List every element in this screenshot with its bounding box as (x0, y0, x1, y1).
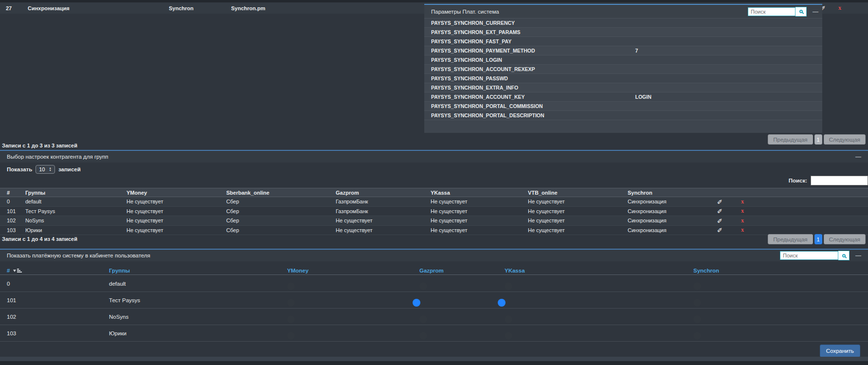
column-header[interactable]: # (0, 190, 19, 196)
delete-icon[interactable]: x (838, 4, 841, 12)
param-row[interactable]: PAYSYS_SYNCHRON_EXTRA_INFO (424, 83, 822, 92)
delete-icon[interactable]: x (741, 226, 744, 234)
cell: Синхронизация (622, 199, 700, 204)
prev-page-button[interactable]: Предыдущая (768, 234, 813, 244)
cell: Сбер (220, 218, 330, 223)
search-button[interactable] (838, 251, 850, 260)
records-info: Записи с 1 до 4 из 4 записей (2, 236, 77, 242)
column-header[interactable]: Gazprom (413, 268, 498, 274)
table-row: 0defaultНе существуетСберГазпромБанкНе с… (0, 197, 868, 207)
param-row[interactable]: PAYSYS_SYNCHRON_FAST_PAY (424, 37, 822, 46)
delete-icon[interactable]: x (741, 198, 744, 205)
page-size-select[interactable]: 10 ▲▼ (36, 165, 55, 174)
cell: Синхронизация (622, 208, 700, 214)
param-row[interactable]: PAYSYS_SYNCHRON_PAYMENT_METHOD7 (424, 46, 822, 55)
next-page-button[interactable]: Следующая (824, 134, 866, 145)
cell: 101 (0, 208, 19, 214)
toggle-knob (693, 332, 701, 340)
column-header[interactable]: Synchron (687, 268, 868, 274)
cell: Юрики (19, 227, 121, 233)
param-row[interactable]: PAYSYS_SYNCHRON_PASSWD (424, 74, 822, 83)
groups-search: Поиск: (789, 176, 868, 185)
column-header[interactable]: Gazprom (330, 190, 425, 196)
paysys-name: Синхронизация (22, 5, 163, 11)
save-button[interactable]: Сохранить (820, 345, 860, 357)
column-header[interactable]: VTB_online (522, 190, 622, 196)
cell: 0 (0, 199, 19, 204)
visibility-search (780, 251, 850, 260)
column-header[interactable]: YKassa (425, 190, 522, 196)
search-button[interactable] (796, 7, 807, 17)
toggle-knob (287, 299, 295, 307)
cell: Не существует (121, 208, 220, 214)
records-info: Записи с 1 до 3 из 3 записей (2, 143, 77, 148)
toggle-knob (505, 315, 512, 323)
visibility-search-input[interactable] (780, 251, 838, 260)
cell: 102 (0, 218, 19, 223)
column-header-label: Группы (109, 268, 130, 274)
delete-icon[interactable]: x (741, 207, 744, 215)
cell: Не существует (121, 199, 220, 204)
cell: Синхронизация (622, 227, 700, 233)
cell: NoSyns (19, 218, 121, 223)
param-row[interactable]: PAYSYS_SYNCHRON_EXT_PARAMS (424, 28, 822, 37)
group-name: default (102, 281, 280, 287)
groups-pagination: Предыдущая 1 Следующая (768, 234, 866, 244)
edit-icon[interactable]: ✎ (716, 218, 723, 223)
search-icon (799, 10, 803, 13)
toggle-knob (693, 299, 701, 307)
table-row: 102NoSynsНе существуетСберНе существуетН… (0, 216, 868, 226)
param-name: PAYSYS_SYNCHRON_ACCOUNT_KEY (424, 94, 635, 100)
table-row: 0default (0, 275, 868, 292)
param-row[interactable]: PAYSYS_SYNCHRON_CURRENCY (424, 18, 822, 28)
column-header[interactable]: Synchron (622, 190, 700, 196)
next-page-button[interactable]: Следующая (824, 234, 866, 244)
params-pagination: Предыдущая 1 Следующая (768, 134, 866, 145)
table-row: 103ЮрикиНе существуетСберНе существуетНе… (0, 226, 868, 236)
toggle-knob (693, 282, 701, 290)
groups-table-body: 0defaultНе существуетСберГазпромБанкНе с… (0, 197, 868, 235)
column-header-label: Gazprom (419, 268, 444, 274)
column-header[interactable]: # (0, 268, 102, 274)
param-name: PAYSYS_SYNCHRON_LOGIN (424, 57, 635, 63)
column-header[interactable]: YMoney (121, 190, 220, 196)
param-row[interactable]: PAYSYS_SYNCHRON_ACCOUNT_KEYLOGIN (424, 92, 822, 102)
collapse-icon[interactable]: — (855, 252, 861, 259)
collapse-icon[interactable]: — (813, 8, 818, 15)
group-name: Тест Paysys (102, 297, 280, 303)
param-row[interactable]: PAYSYS_SYNCHRON_LOGIN (424, 55, 822, 65)
page-number-button[interactable]: 1 (814, 134, 822, 145)
collapse-icon[interactable]: — (855, 153, 861, 160)
edit-icon[interactable]: ✎ (716, 227, 723, 233)
visibility-section: Показать платёжную систему в кабинете по… (0, 249, 868, 357)
params-search-input[interactable] (748, 7, 796, 16)
cell: Не существует (522, 208, 622, 214)
column-header[interactable]: YKassa (498, 268, 687, 274)
param-row[interactable]: PAYSYS_SYNCHRON_PORTAL_COMMISSION (424, 102, 822, 111)
page-size-value: 10 (39, 166, 45, 172)
sort-bars (17, 268, 22, 273)
cell: Не существует (330, 227, 425, 233)
param-value: LOGIN (635, 94, 651, 100)
toggle-knob (419, 332, 427, 340)
param-row[interactable]: PAYSYS_SYNCHRON_PORTAL_DESCRIPTION (424, 111, 822, 120)
delete-icon[interactable]: x (741, 217, 744, 224)
column-header[interactable]: Группы (19, 190, 121, 196)
column-header[interactable]: YMoney (280, 268, 413, 274)
column-header-label: YMoney (287, 268, 308, 274)
cell: Не существует (522, 199, 622, 204)
visibility-section-title: Показать платёжную систему в кабинете по… (7, 253, 780, 258)
edit-icon[interactable]: ✎ (716, 199, 723, 204)
toggle-knob (498, 299, 506, 307)
prev-page-button[interactable]: Предыдущая (768, 134, 813, 145)
param-name: PAYSYS_SYNCHRON_PASSWD (424, 75, 635, 81)
column-header[interactable]: Группы (102, 268, 280, 274)
column-header-label: YKassa (505, 268, 525, 274)
table-row: 102NoSyns (0, 309, 868, 325)
param-row[interactable]: PAYSYS_SYNCHRON_ACCOUNT_REXEXP (424, 65, 822, 74)
edit-icon[interactable]: ✎ (716, 208, 723, 214)
groups-section: Выбор настроек контрагента для групп — П… (0, 150, 868, 249)
groups-search-input[interactable] (811, 176, 868, 185)
column-header[interactable]: Sberbank_online (220, 190, 330, 196)
page-number-button[interactable]: 1 (814, 234, 822, 244)
